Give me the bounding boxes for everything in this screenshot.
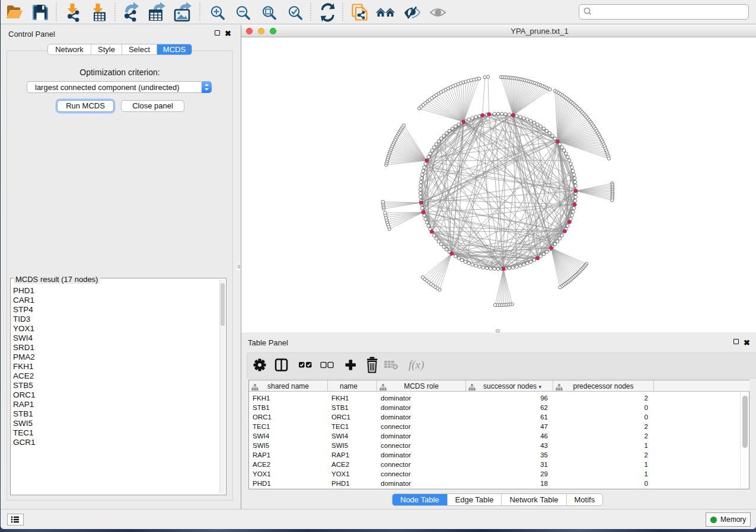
svg-text:f(x): f(x) bbox=[409, 358, 424, 371]
